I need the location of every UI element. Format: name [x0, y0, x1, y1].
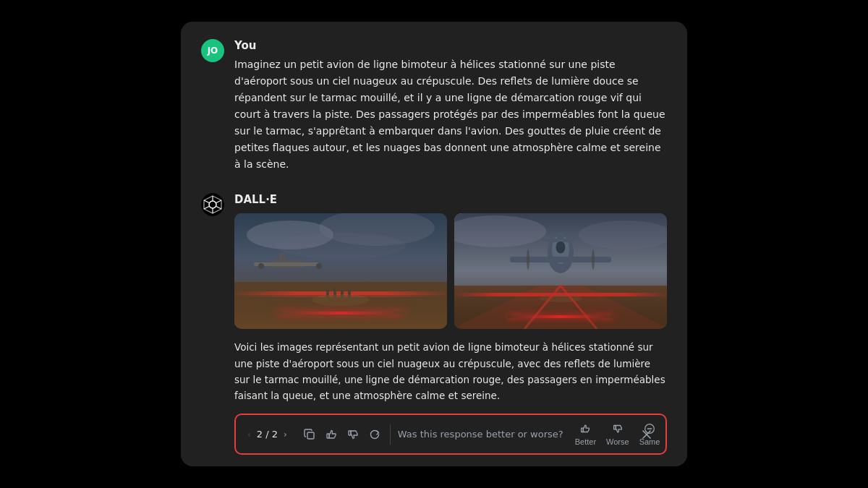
dalle-message: DALL·E [201, 193, 667, 466]
svg-rect-14 [234, 291, 447, 295]
svg-point-11 [276, 233, 406, 259]
svg-rect-17 [254, 262, 319, 266]
svg-point-19 [258, 263, 264, 269]
svg-rect-15 [234, 294, 447, 297]
svg-line-44 [561, 286, 597, 329]
worse-label: Worse [606, 437, 629, 446]
thumbs-down-button[interactable] [345, 427, 361, 442]
dalle-description: Voici les images représentant un petit a… [234, 339, 667, 403]
toolbar-divider [390, 424, 391, 445]
svg-rect-31 [454, 293, 667, 296]
svg-rect-48 [582, 428, 584, 432]
svg-point-42 [539, 295, 582, 302]
better-label: Better [575, 437, 596, 446]
svg-rect-21 [326, 289, 329, 298]
toolbar-left: ‹ 2 / 2 › [246, 427, 383, 442]
regenerate-button[interactable] [367, 427, 383, 442]
svg-rect-23 [341, 290, 344, 298]
copy-button[interactable] [302, 427, 318, 442]
user-content: You Imaginez un petit avion de ligne bim… [234, 39, 667, 174]
toolbar-icons [302, 427, 383, 442]
svg-rect-34 [510, 257, 611, 262]
svg-marker-30 [454, 286, 667, 329]
better-button[interactable]: Better [575, 422, 596, 446]
thumbs-up-button[interactable] [323, 427, 339, 442]
user-message: JO You Imaginez un petit avion de ligne … [201, 39, 667, 174]
svg-point-25 [312, 294, 370, 306]
svg-point-36 [527, 249, 529, 270]
worse-button[interactable]: Worse [606, 422, 629, 446]
worse-icon [611, 422, 624, 435]
svg-rect-16 [270, 260, 306, 267]
close-feedback-button[interactable] [638, 426, 655, 443]
svg-line-43 [524, 286, 561, 329]
svg-rect-29 [454, 286, 667, 329]
svg-rect-24 [348, 288, 351, 298]
svg-rect-49 [613, 426, 616, 429]
svg-rect-12 [234, 282, 447, 329]
generated-image-left [234, 213, 447, 329]
response-toolbar: ‹ 2 / 2 › [234, 414, 667, 455]
next-page-button[interactable]: › [282, 428, 289, 441]
user-text: Imaginez un petit avion de ligne bimoteu… [234, 56, 667, 174]
dalle-name: DALL·E [234, 193, 667, 206]
svg-rect-47 [349, 431, 351, 435]
better-icon [579, 422, 592, 435]
svg-point-20 [316, 263, 322, 269]
svg-point-41 [556, 241, 566, 254]
images-row [234, 213, 667, 329]
prev-page-button[interactable]: ‹ [246, 428, 252, 441]
dalle-content: DALL·E [234, 193, 667, 466]
user-name: You [234, 39, 667, 52]
user-avatar: JO [201, 39, 224, 62]
svg-point-38 [592, 249, 595, 270]
chat-container: JO You Imaginez un petit avion de ligne … [181, 22, 687, 467]
feedback-question: Was this response better or worse? [398, 428, 563, 441]
generated-image-right [454, 213, 667, 329]
feedback-section: Was this response better or worse? Bette… [398, 422, 631, 446]
svg-rect-18 [279, 253, 285, 260]
svg-rect-13 [234, 282, 447, 329]
svg-rect-46 [327, 434, 329, 438]
page-indicator: 2 / 2 [257, 429, 278, 440]
svg-rect-45 [307, 432, 314, 439]
svg-rect-22 [333, 288, 336, 298]
page-nav: ‹ 2 / 2 › [246, 428, 289, 441]
dalle-avatar [201, 193, 224, 216]
